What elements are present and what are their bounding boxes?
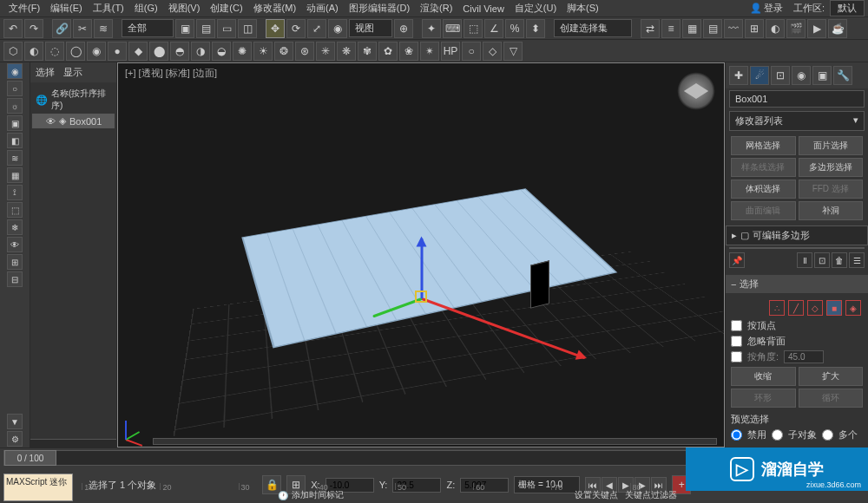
menu-modifiers[interactable]: 修改器(M) <box>248 0 302 16</box>
key-filter-button[interactable]: 关键点过滤器 <box>625 489 677 501</box>
tab-motion[interactable]: ◉ <box>792 66 811 85</box>
tool-13[interactable]: ☀ <box>253 42 273 61</box>
align-button[interactable]: ≡ <box>661 19 681 38</box>
window-crossing-button[interactable]: ◫ <box>238 19 257 38</box>
redo-button[interactable]: ↷ <box>24 19 43 38</box>
eye-icon[interactable]: 👁 <box>46 116 56 127</box>
menu-render[interactable]: 渲染(R) <box>415 0 457 16</box>
time-slider-thumb[interactable]: 0 / 100 <box>4 450 56 466</box>
btn-shrink[interactable]: 收缩 <box>731 367 796 386</box>
scene-root[interactable]: 🌐 名称(按升序排序) <box>32 86 115 114</box>
workspace-dropdown[interactable]: 默认 <box>830 0 865 16</box>
preview-multi-radio[interactable] <box>822 429 833 441</box>
tab-display[interactable]: ▣ <box>812 66 832 85</box>
filter-groups-icon[interactable]: ▦ <box>7 167 23 183</box>
btn-fill-hole[interactable]: 补洞 <box>799 201 864 220</box>
tool-24[interactable]: ◇ <box>483 42 502 61</box>
make-unique-icon[interactable]: ⊡ <box>814 252 830 268</box>
modifier-stack-item[interactable]: ▸ ▢ 可编辑多边形 <box>726 225 868 245</box>
menu-create[interactable]: 创建(C) <box>205 0 247 16</box>
select-by-name-button[interactable]: ▤ <box>196 19 215 38</box>
undo-button[interactable]: ↶ <box>3 19 23 38</box>
scene-item-box001[interactable]: 👁 ◈ Box001 <box>32 114 115 128</box>
tab-utilities[interactable]: 🔧 <box>833 66 852 85</box>
filter-cameras-icon[interactable]: ▣ <box>7 115 23 131</box>
tool-10[interactable]: ◑ <box>191 42 210 61</box>
tool-21[interactable]: ✴ <box>420 42 439 61</box>
move-button[interactable]: ✥ <box>266 19 285 38</box>
filter-lights-icon[interactable]: ☼ <box>7 98 23 114</box>
filter-container-icon[interactable]: ⬚ <box>7 202 23 218</box>
filter-frozen-icon[interactable]: ❄ <box>7 219 23 235</box>
tool-20[interactable]: ❀ <box>399 42 418 61</box>
btn-vol-select[interactable]: 体积选择 <box>731 180 796 199</box>
tool-22[interactable]: HP <box>441 42 460 61</box>
tool-19[interactable]: ✿ <box>378 42 398 61</box>
material-editor-button[interactable]: ◐ <box>766 19 785 38</box>
layers-button[interactable]: ▦ <box>682 19 701 38</box>
btn-loop[interactable]: 循环 <box>799 389 864 408</box>
subobj-edge[interactable]: ╱ <box>788 300 804 316</box>
scene-tab-display[interactable]: 显示 <box>63 66 82 79</box>
remove-mod-icon[interactable]: 🗑 <box>832 252 847 268</box>
tool-7[interactable]: ◆ <box>128 42 148 61</box>
render-button[interactable]: ☕ <box>828 19 847 38</box>
btn-mesh-select[interactable]: 网格选择 <box>731 136 796 155</box>
tool-1[interactable]: ⬡ <box>3 42 23 61</box>
filter-space-warps-icon[interactable]: ≋ <box>7 150 23 166</box>
btn-face-select[interactable]: 面片选择 <box>799 136 864 155</box>
tool-8[interactable]: ⬤ <box>149 42 168 61</box>
subobj-vertex[interactable]: ∴ <box>769 300 785 316</box>
percent-snap-button[interactable]: % <box>505 19 524 38</box>
object-name-field[interactable]: Box001 <box>729 90 865 108</box>
btn-poly-select[interactable]: 多边形选择 <box>799 158 864 177</box>
menu-graph-editors[interactable]: 图形编辑器(D) <box>344 0 415 16</box>
tool-4[interactable]: ◯ <box>66 42 85 61</box>
mirror-button[interactable]: ⇄ <box>641 19 660 38</box>
tool-9[interactable]: ◓ <box>170 42 189 61</box>
scale-button[interactable]: ⤢ <box>307 19 326 38</box>
pin-stack-icon[interactable]: 📌 <box>729 252 745 268</box>
btn-spline-select[interactable]: 样条线选择 <box>731 158 796 177</box>
tool-17[interactable]: ❋ <box>337 42 356 61</box>
named-selection-dropdown[interactable]: 创建选择集 <box>554 19 632 37</box>
render-setup-button[interactable]: 🎬 <box>786 19 806 38</box>
viewport-perspective[interactable]: [+] [透视] [标准] [边面] <box>117 62 725 447</box>
set-key-button[interactable]: 设置关键点 <box>575 489 618 501</box>
filter-helpers-icon[interactable]: ◧ <box>7 133 23 148</box>
tool-11[interactable]: ◒ <box>212 42 231 61</box>
menu-view[interactable]: 视图(V) <box>163 0 206 16</box>
menu-customize[interactable]: 自定义(U) <box>510 0 562 16</box>
show-end-result-icon[interactable]: Ⅱ <box>797 252 812 268</box>
add-time-tag[interactable]: 添加时间标记 <box>292 489 344 501</box>
tool-25[interactable]: ▽ <box>503 42 523 61</box>
keyboard-shortcut-button[interactable]: ⌨ <box>443 19 462 38</box>
filter-hidden-icon[interactable]: 👁 <box>7 237 23 252</box>
select-object-button[interactable]: ▣ <box>175 19 194 38</box>
tool-14[interactable]: ❂ <box>274 42 293 61</box>
tool-23[interactable]: ○ <box>462 42 481 61</box>
tool-6[interactable]: ● <box>108 42 127 61</box>
preview-off-radio[interactable] <box>731 429 742 441</box>
bind-button[interactable]: ≋ <box>94 19 113 38</box>
menu-civil-view[interactable]: Civil View <box>457 2 509 16</box>
schematic-view-button[interactable]: ⊞ <box>745 19 764 38</box>
angle-snap-button[interactable]: ∠ <box>484 19 503 38</box>
menu-file[interactable]: 文件(F) <box>3 0 45 16</box>
ref-coord-dropdown[interactable]: 视图 <box>349 19 392 37</box>
rollout-selection[interactable]: − 选择 <box>726 275 868 293</box>
filter-shapes-icon[interactable]: ○ <box>7 81 23 96</box>
rect-region-button[interactable]: ▭ <box>217 19 236 38</box>
snaps-toggle-button[interactable]: ⬚ <box>464 19 483 38</box>
tool-5[interactable]: ◉ <box>87 42 106 61</box>
sort-icon[interactable]: ▼ <box>7 414 23 429</box>
ignore-backface-checkbox[interactable] <box>731 336 742 347</box>
scene-tab-select[interactable]: 选择 <box>36 66 55 79</box>
menu-group[interactable]: 组(G) <box>129 0 163 16</box>
angle-spinner[interactable]: 45.0 <box>784 350 824 363</box>
use-pivot-button[interactable]: ⊕ <box>394 19 413 38</box>
extra-1-icon[interactable]: ⊞ <box>7 254 23 270</box>
tab-hierarchy[interactable]: ⊡ <box>771 66 790 85</box>
tab-modify[interactable]: ☄ <box>750 66 769 85</box>
selection-filter-dropdown[interactable]: 全部 <box>122 19 174 37</box>
